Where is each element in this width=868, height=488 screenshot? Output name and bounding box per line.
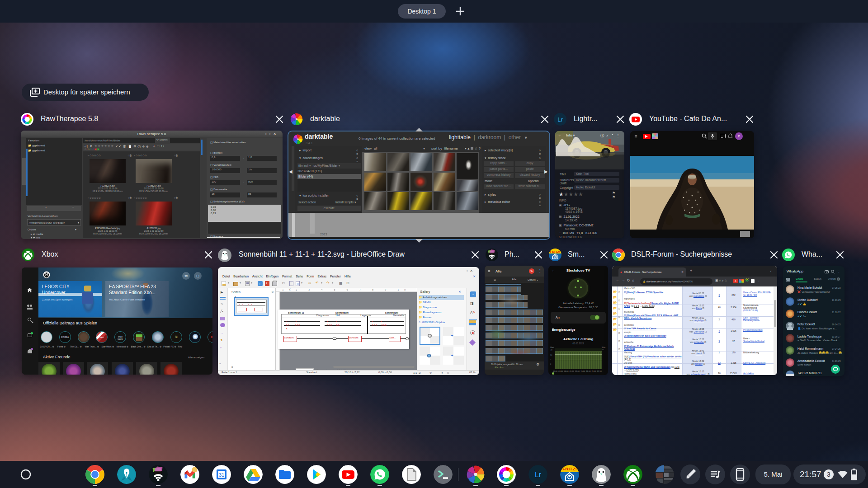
svg-text:FRITZ!: FRITZ! bbox=[550, 250, 560, 253]
svg-text:Lr: Lr bbox=[535, 471, 542, 479]
svg-text:Lr: Lr bbox=[557, 116, 563, 123]
svg-text:FRITZ!: FRITZ! bbox=[562, 466, 577, 471]
svg-text:31: 31 bbox=[219, 472, 224, 478]
